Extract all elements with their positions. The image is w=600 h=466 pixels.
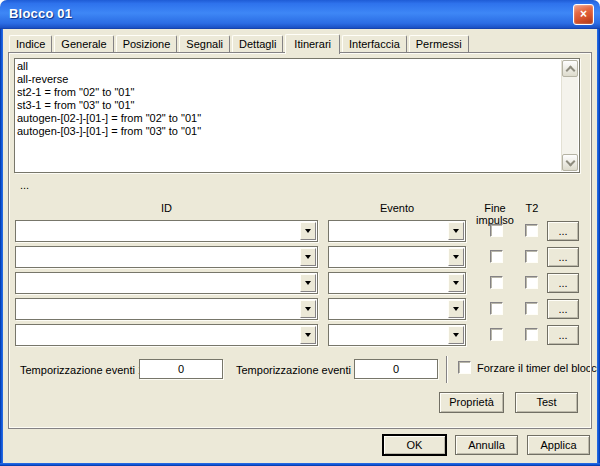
tab-label: Indice xyxy=(16,38,45,50)
tab-page-itinerari xyxy=(8,52,592,429)
ok-button[interactable]: OK xyxy=(383,435,446,455)
window-title: Blocco 01 xyxy=(9,6,72,21)
dialog-window: Blocco 01 × IndiceGeneralePosizioneSegna… xyxy=(0,0,600,466)
tab-label: Segnali xyxy=(186,38,223,50)
tab-label: Posizione xyxy=(123,38,171,50)
cancel-button[interactable]: Annulla xyxy=(455,435,518,455)
tab-generale[interactable]: Generale xyxy=(54,35,113,52)
window-border-left xyxy=(0,28,3,466)
tab-label: Permessi xyxy=(416,38,462,50)
tab-label: Interfaccia xyxy=(349,38,400,50)
tab-strip: IndiceGeneralePosizioneSegnaliDettagliIt… xyxy=(9,31,471,52)
tab-itinerari[interactable]: Itinerari xyxy=(285,34,340,54)
tab-indice[interactable]: Indice xyxy=(9,35,52,52)
close-icon[interactable]: × xyxy=(573,4,594,25)
tab-interfaccia[interactable]: Interfaccia xyxy=(342,35,407,52)
tab-label: Dettagli xyxy=(239,38,276,50)
tab-posizione[interactable]: Posizione xyxy=(116,35,178,52)
tab-label: Itinerari xyxy=(294,38,331,50)
tab-dettagli[interactable]: Dettagli xyxy=(232,35,283,52)
apply-button[interactable]: Applica xyxy=(527,435,590,455)
tab-segnali[interactable]: Segnali xyxy=(179,35,230,52)
title-bar[interactable]: Blocco 01 × xyxy=(0,0,600,29)
tab-permessi[interactable]: Permessi xyxy=(409,35,469,52)
tab-label: Generale xyxy=(61,38,106,50)
